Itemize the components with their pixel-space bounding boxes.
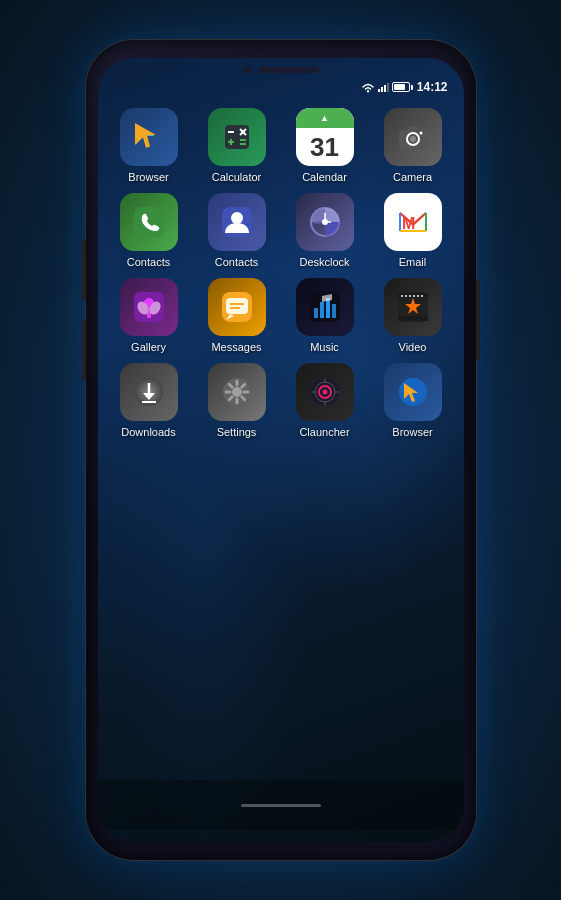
downloads-icon	[120, 363, 178, 421]
svg-text:M: M	[402, 215, 415, 232]
contacts-phone-icon	[120, 193, 178, 251]
browser-icon	[120, 108, 178, 166]
status-time: 14:12	[417, 80, 448, 94]
notch-area	[98, 58, 464, 74]
battery-icon	[392, 82, 413, 92]
calculator-label: Calculator	[212, 171, 262, 183]
svg-point-55	[232, 387, 242, 397]
app-contacts-person[interactable]: Contacts	[198, 193, 276, 268]
camera-icon	[384, 108, 442, 166]
app-downloads[interactable]: Downloads	[110, 363, 188, 438]
volume-down-button[interactable]	[82, 320, 86, 380]
app-clauncher[interactable]: Clauncher	[286, 363, 364, 438]
messages-label: Messages	[211, 341, 261, 353]
app-camera[interactable]: Camera	[374, 108, 452, 183]
music-icon	[296, 278, 354, 336]
email-label: Email	[399, 256, 427, 268]
calculator-icon	[208, 108, 266, 166]
app-calendar[interactable]: ▲ 31 Calendar	[286, 108, 364, 183]
svg-rect-16	[134, 207, 164, 237]
calendar-day: 31	[310, 128, 339, 166]
svg-line-61	[241, 397, 244, 400]
app-messages[interactable]: Messages	[198, 278, 276, 353]
status-icons	[361, 82, 413, 93]
settings-label: Settings	[217, 426, 257, 438]
contacts-person-icon	[208, 193, 266, 251]
phone-screen: 14:12 Browser	[98, 58, 464, 842]
app-video[interactable]: Video	[374, 278, 452, 353]
bottom-bar	[98, 780, 464, 830]
browser-label: Browser	[128, 171, 168, 183]
svg-point-15	[419, 132, 422, 135]
gallery-icon	[120, 278, 178, 336]
app-music[interactable]: Music	[286, 278, 364, 353]
svg-rect-38	[332, 304, 336, 318]
svg-rect-31	[226, 298, 248, 314]
video-label: Video	[399, 341, 427, 353]
phone-device: 14:12 Browser	[86, 40, 476, 860]
contacts-person-label: Contacts	[215, 256, 258, 268]
app-contacts-phone[interactable]: Contacts	[110, 193, 188, 268]
music-label: Music	[310, 341, 339, 353]
contacts-phone-label: Contacts	[127, 256, 170, 268]
front-camera	[243, 66, 251, 74]
svg-line-63	[229, 397, 232, 400]
home-indicator	[241, 804, 321, 807]
status-bar: 14:12	[98, 76, 464, 98]
messages-icon	[208, 278, 266, 336]
gallery-label: Gallery	[131, 341, 166, 353]
app-settings[interactable]: Settings	[198, 363, 276, 438]
browser2-label: Browser	[392, 426, 432, 438]
clauncher-icon	[296, 363, 354, 421]
downloads-label: Downloads	[121, 426, 175, 438]
svg-point-0	[367, 90, 369, 92]
deskclock-icon	[296, 193, 354, 251]
browser2-icon	[384, 363, 442, 421]
svg-line-62	[241, 384, 244, 387]
svg-rect-41	[398, 316, 428, 321]
deskclock-label: Deskclock	[299, 256, 349, 268]
video-icon	[384, 278, 442, 336]
email-icon: M	[384, 193, 442, 251]
svg-rect-35	[314, 308, 318, 318]
app-grid: Browser	[98, 98, 464, 448]
calendar-icon: ▲ 31	[296, 108, 354, 166]
svg-point-14	[410, 136, 416, 142]
volume-up-button[interactable]	[82, 240, 86, 300]
app-browser[interactable]: Browser	[110, 108, 188, 183]
app-deskclock[interactable]: Deskclock	[286, 193, 364, 268]
app-email[interactable]: M Email	[374, 193, 452, 268]
app-calculator[interactable]: Calculator	[198, 108, 276, 183]
wifi-icon	[361, 82, 375, 93]
power-button[interactable]	[476, 280, 480, 360]
signal-icon	[378, 82, 389, 92]
svg-line-60	[229, 384, 232, 387]
earpiece-speaker	[259, 67, 319, 73]
svg-point-18	[231, 212, 243, 224]
svg-point-67	[322, 390, 327, 395]
app-browser2[interactable]: Browser	[374, 363, 452, 438]
app-gallery[interactable]: Gallery	[110, 278, 188, 353]
settings-icon	[208, 363, 266, 421]
camera-label: Camera	[393, 171, 432, 183]
calendar-label: Calendar	[302, 171, 347, 183]
svg-rect-36	[320, 302, 324, 318]
clauncher-label: Clauncher	[299, 426, 349, 438]
calendar-month: ▲	[296, 108, 354, 128]
